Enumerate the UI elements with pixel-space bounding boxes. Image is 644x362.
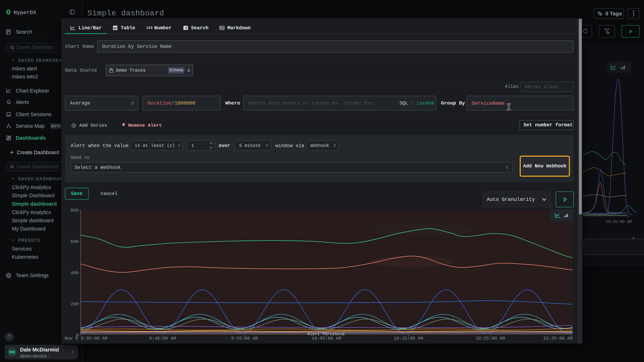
svg-text:10:35:00 AM: 10:35:00 AM [606,220,632,223]
svg-text:9:45:00 AM: 9:45:00 AM [149,336,176,341]
svg-text:10:35:00 AM: 10:35:00 AM [543,336,572,341]
svg-text:Nov 6 9:35:00 AM: Nov 6 9:35:00 AM [64,336,108,341]
svg-text:600: 600 [70,239,78,244]
svg-text:800: 800 [70,208,78,213]
svg-text:10:25:00 AM: 10:25:00 AM [476,336,505,341]
svg-text:200: 200 [70,302,78,307]
svg-text:400: 400 [70,271,78,276]
svg-text:10:15:00 AM: 10:15:00 AM [394,336,423,341]
svg-text:10:05:00 AM: 10:05:00 AM [312,336,341,341]
svg-text:9:55:00 AM: 9:55:00 AM [231,336,258,341]
